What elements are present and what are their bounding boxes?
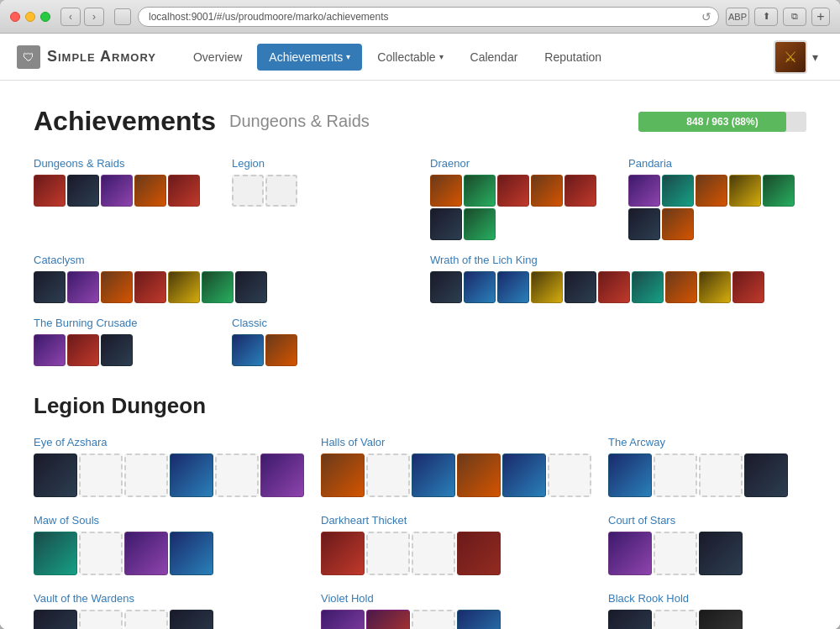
dungeon-icon[interactable] (699, 610, 743, 629)
dungeon-icon-empty[interactable] (548, 453, 591, 497)
dungeon-icon-empty[interactable] (654, 610, 697, 629)
achievement-icon[interactable] (632, 271, 664, 303)
section-label-pandaria[interactable]: Pandaria (628, 157, 806, 170)
dungeon-icon[interactable] (608, 453, 652, 497)
achievement-icon[interactable] (34, 175, 66, 207)
achievement-icon[interactable] (662, 175, 694, 207)
nav-calendar[interactable]: Calendar (459, 44, 530, 71)
section-label-cataclysm[interactable]: Cataclysm (34, 254, 410, 266)
achievement-icon[interactable] (662, 208, 694, 240)
new-tab-button[interactable]: + (811, 8, 830, 26)
avatar-caret[interactable]: ▾ (807, 44, 823, 71)
achievement-icon[interactable] (598, 271, 630, 303)
dungeon-icon-empty[interactable] (654, 453, 697, 497)
dungeon-icon-empty[interactable] (412, 610, 455, 629)
achievement-icon[interactable] (564, 271, 596, 303)
achievement-icon[interactable] (168, 271, 200, 303)
achievement-icon-empty[interactable] (232, 175, 264, 207)
achievement-icon[interactable] (67, 334, 99, 366)
dungeon-icon-empty[interactable] (79, 610, 123, 629)
section-label-burning[interactable]: The Burning Crusade (34, 317, 212, 329)
achievement-icon[interactable] (699, 271, 731, 303)
dungeon-icon[interactable] (170, 610, 213, 629)
achievement-icon[interactable] (134, 271, 166, 303)
dungeon-icon[interactable] (608, 532, 652, 575)
dungeon-icon[interactable] (699, 532, 743, 575)
dungeon-name-arcway[interactable]: The Arcway (608, 436, 806, 448)
dungeon-icon-empty[interactable] (79, 532, 123, 575)
tab-icon[interactable] (114, 8, 131, 25)
dungeon-name-maw[interactable]: Maw of Souls (34, 514, 304, 527)
dungeon-icon[interactable] (124, 532, 168, 575)
achievement-icon[interactable] (464, 271, 496, 303)
brand-name[interactable]: Simple Armory (47, 48, 156, 66)
dungeon-icon-empty[interactable] (412, 532, 455, 575)
dungeon-icon[interactable] (457, 610, 501, 629)
dungeon-icon[interactable] (366, 610, 410, 629)
achievement-icon[interactable] (564, 175, 596, 207)
dungeon-name-eye[interactable]: Eye of Azshara (34, 436, 304, 448)
forward-button[interactable]: › (84, 8, 104, 26)
achievement-icon[interactable] (168, 175, 200, 207)
dungeon-icon-empty[interactable] (654, 532, 697, 575)
dungeon-name-black-rook[interactable]: Black Rook Hold (608, 592, 806, 605)
nav-achievements[interactable]: Achievements ▾ (257, 44, 362, 71)
dungeon-icon[interactable] (321, 453, 365, 497)
dungeon-icon[interactable] (34, 532, 77, 575)
achievement-icon[interactable] (464, 208, 496, 240)
dungeon-icon-empty[interactable] (124, 453, 168, 497)
dungeon-icon[interactable] (457, 532, 501, 575)
achievement-icon[interactable] (101, 175, 133, 207)
dungeon-icon-empty[interactable] (699, 453, 743, 497)
achievement-icon[interactable] (464, 175, 496, 207)
dungeon-name-vault[interactable]: Vault of the Wardens (34, 592, 304, 605)
achievement-icon[interactable] (67, 271, 99, 303)
dungeon-name-violet[interactable]: Violet Hold (321, 592, 591, 605)
achievement-icon[interactable] (67, 175, 99, 207)
dungeon-icon[interactable] (744, 453, 788, 497)
dungeon-name-darkheart[interactable]: Darkheart Thicket (321, 514, 591, 527)
achievement-icon[interactable] (232, 334, 264, 366)
dungeon-icon-empty[interactable] (366, 532, 410, 575)
adp-button[interactable]: ABP (726, 8, 749, 26)
achievement-icon[interactable] (235, 271, 267, 303)
achievement-icon[interactable] (628, 175, 660, 207)
section-label-wrath[interactable]: Wrath of the Lich King (430, 254, 806, 266)
achievement-icon[interactable] (497, 271, 529, 303)
section-label-legion[interactable]: Legion (232, 157, 410, 170)
refresh-icon[interactable]: ↺ (701, 10, 711, 24)
dungeon-icon[interactable] (321, 532, 365, 575)
dungeon-icon-empty[interactable] (79, 453, 123, 497)
clone-button[interactable]: ⧉ (783, 8, 806, 26)
achievement-icon[interactable] (628, 208, 660, 240)
achievement-icon[interactable] (531, 271, 563, 303)
achievement-icon[interactable] (531, 175, 563, 207)
dungeon-icon-empty[interactable] (366, 453, 410, 497)
achievement-icon[interactable] (202, 271, 234, 303)
close-button[interactable] (10, 12, 20, 22)
dungeon-icon[interactable] (608, 610, 652, 629)
dungeon-icon[interactable] (457, 453, 501, 497)
nav-overview[interactable]: Overview (181, 44, 254, 71)
section-label-dungeons[interactable]: Dungeons & Raids (34, 157, 212, 170)
dungeon-icon-empty[interactable] (124, 610, 168, 629)
dungeon-icon[interactable] (170, 532, 213, 575)
achievement-icon[interactable] (34, 271, 66, 303)
achievement-icon[interactable] (34, 334, 66, 366)
achievement-icon[interactable] (729, 175, 761, 207)
dungeon-icon[interactable] (260, 453, 304, 497)
dungeon-icon[interactable] (34, 610, 77, 629)
dungeon-icon[interactable] (34, 453, 77, 497)
achievement-icon[interactable] (265, 334, 297, 366)
dungeon-icon[interactable] (412, 453, 455, 497)
address-bar[interactable]: localhost:9001/#/us/proudmoore/marko/ach… (138, 7, 719, 27)
achievement-icon[interactable] (430, 175, 462, 207)
nav-reputation[interactable]: Reputation (533, 44, 613, 71)
dungeon-icon[interactable] (502, 453, 546, 497)
dungeon-icon[interactable] (321, 610, 365, 629)
achievement-icon[interactable] (696, 175, 727, 207)
achievement-icon-empty[interactable] (265, 175, 297, 207)
minimize-button[interactable] (25, 12, 35, 22)
achievement-icon[interactable] (101, 271, 133, 303)
achievement-icon[interactable] (763, 175, 795, 207)
